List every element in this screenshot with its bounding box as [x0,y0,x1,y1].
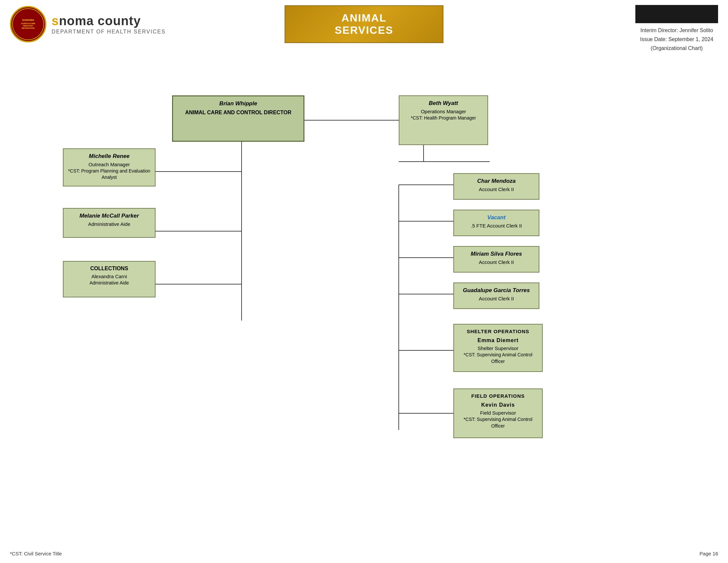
connector-lines [10,46,718,556]
county-seal: SONOMA AGRICULTURE INDUSTRY RECREATION [10,6,46,42]
field-sub: *CST: Supervising Animal Control Officer [458,416,538,429]
michelle-role: Outreach Manager [68,161,151,168]
vacant-name: Vacant [458,213,535,221]
shelter-name: Emma Diemert [458,337,538,344]
beth-role: Operations Manager [403,108,483,115]
beth-box: Beth Wyatt Operations Manager *CST: Heal… [399,95,488,145]
char-role: Account Clerk II [458,186,535,193]
miriam-name: Miriam Silva Flores [458,250,535,258]
shelter-header: SHELTER OPERATIONS [458,328,538,335]
interim-director: Interim Director: Jennifer Solito [635,26,718,35]
beth-sub: *CST: Health Program Manager [403,115,483,121]
michelle-name: Michelle Renee [68,152,151,160]
melanie-box: Melanie McCall Parker Administrative Aid… [63,208,156,238]
header: SONOMA AGRICULTURE INDUSTRY RECREATION s… [0,0,728,46]
dept-subtitle: DEPARTMENT OF HEALTH SERVICES [52,29,166,35]
melanie-role: Administrative Aide [68,220,151,227]
shelter-role: Shelter Supervisor [458,345,538,352]
char-name: Char Mendoza [458,177,535,185]
collections-role: Administrative Aide [68,280,151,287]
shelter-box: SHELTER OPERATIONS Emma Diemert Shelter … [453,324,543,372]
vacant-role: .5 FTE Account Clerk II [458,222,535,229]
redacted-bar [635,5,718,23]
director-role: ANIMAL CARE AND CONTROL DIRECTOR [177,109,299,116]
collections-name: Alexandra Carni [68,273,151,280]
cst-note: *CST: Civil Service Title [10,551,62,556]
issue-date: Issue Date: September 1, 2024 [635,35,718,44]
director-box: Brian Whipple ANIMAL CARE AND CONTROL DI… [172,95,304,142]
field-header: FIELD OPERATIONS [458,393,538,399]
field-name: Kevin Davis [458,401,538,409]
michelle-sub: *CST: Program Planning and Evaluation An… [68,168,151,181]
page-number: Page 16 [700,551,718,556]
collections-header: COLLECTIONS [68,265,151,272]
shelter-sub: *CST: Supervising Animal Control Officer [458,352,538,365]
org-chart: Brian Whipple ANIMAL CARE AND CONTROL DI… [10,46,718,556]
miriam-box: Miriam Silva Flores Account Clerk II [453,246,539,272]
guadalupe-box: Guadalupe Garcia Torres Account Clerk II [453,283,539,309]
field-role: Field Supervisor [458,409,538,416]
char-box: Char Mendoza Account Clerk II [453,173,539,200]
page-container: SONOMA AGRICULTURE INDUSTRY RECREATION s… [0,0,728,556]
vacant-box: Vacant .5 FTE Account Clerk II [453,210,539,236]
page-title: ANIMAL SERVICES [285,5,443,43]
director-name: Brian Whipple [177,100,299,108]
miriam-role: Account Clerk II [458,258,535,265]
field-box: FIELD OPERATIONS Kevin Davis Field Super… [453,389,543,438]
collections-box: COLLECTIONS Alexandra Carni Administrati… [63,261,156,298]
beth-name: Beth Wyatt [403,99,483,107]
guadalupe-role: Account Clerk II [458,295,535,302]
guadalupe-name: Guadalupe Garcia Torres [458,287,535,295]
sonoma-wordmark: snoma county DEPARTMENT OF HEALTH SERVIC… [52,14,166,35]
melanie-name: Melanie McCall Parker [68,212,151,220]
michelle-box: Michelle Renee Outreach Manager *CST: Pr… [63,148,156,186]
footer: *CST: Civil Service Title Page 16 [10,551,718,556]
